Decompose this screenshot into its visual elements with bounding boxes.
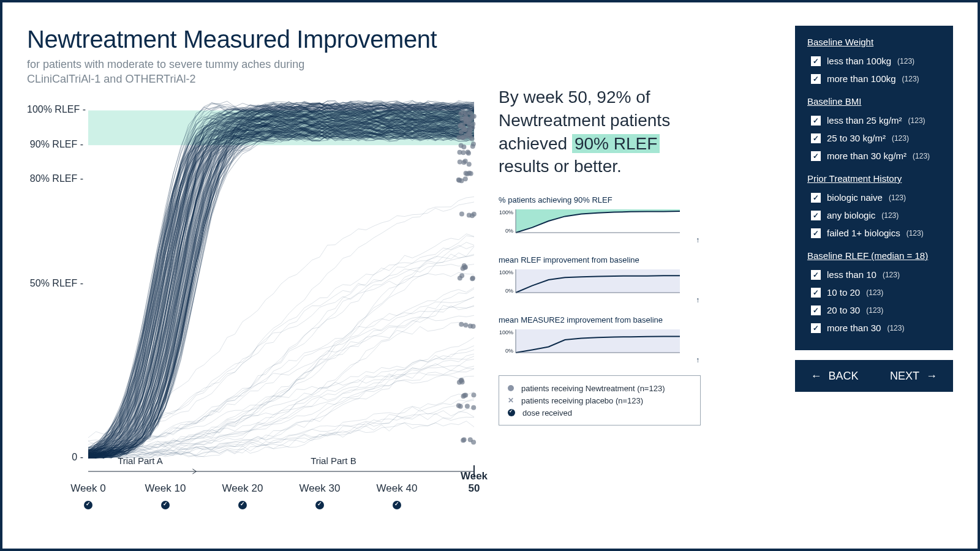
svg-point-39 <box>471 141 476 146</box>
svg-point-33 <box>470 136 475 141</box>
filter-checkbox-row[interactable]: ✓any biologic (123) <box>807 206 941 224</box>
svg-text:0%: 0% <box>505 348 513 354</box>
y-tick-label: 90% RLEF - <box>27 139 83 150</box>
up-arrow-icon: ↑ <box>499 236 701 244</box>
headline-text: By week 50, 92% of Newtreatment patients… <box>499 86 701 178</box>
filter-checkbox-row[interactable]: ✓25 to 30 kg/m² (123) <box>807 129 941 147</box>
x-tick-label: Week 10 <box>145 482 186 495</box>
filter-label: biologic naive <box>827 192 883 203</box>
svg-text:100%: 100% <box>499 209 513 216</box>
checkbox-icon: ✓ <box>811 133 821 143</box>
filter-label: more than 100kg <box>827 73 896 84</box>
x-tick-label: Week 20 <box>222 482 263 495</box>
svg-point-79 <box>462 392 467 397</box>
svg-point-76 <box>460 380 465 384</box>
svg-point-87 <box>462 437 467 442</box>
filter-panel: Baseline Weight✓less than 100kg (123)✓mo… <box>795 26 953 350</box>
filter-count: (123) <box>913 152 930 160</box>
sidebar: Baseline Weight✓less than 100kg (123)✓mo… <box>795 26 953 531</box>
filter-count: (123) <box>883 271 900 279</box>
y-tick-label: 80% RLEF - <box>27 173 83 184</box>
filter-label: less than 100kg <box>827 56 891 66</box>
filter-checkbox-row[interactable]: ✓more than 30 kg/m² (123) <box>807 147 941 165</box>
checkbox-icon: ✓ <box>811 228 821 238</box>
filter-checkbox-row[interactable]: ✓failed 1+ biologics (123) <box>807 224 941 242</box>
y-tick-label: 100% RLEF - <box>27 104 83 115</box>
x-tick-label: Week 40 <box>377 482 418 495</box>
filter-count: (123) <box>892 134 909 143</box>
svg-point-71 <box>468 323 473 328</box>
svg-text:0%: 0% <box>505 288 513 294</box>
legend-placebo: patients receiving placebo (n=123) <box>521 396 643 405</box>
svg-text:100%: 100% <box>499 269 513 276</box>
up-arrow-icon: ↑ <box>499 296 701 304</box>
filter-label: less than 10 <box>827 269 876 280</box>
dose-marker-icon <box>315 501 324 509</box>
filter-checkbox-row[interactable]: ✓less than 25 kg/m² (123) <box>807 111 941 129</box>
filter-label: more than 30 <box>827 323 881 333</box>
svg-point-36 <box>460 135 465 140</box>
main-chart: 0 -50% RLEF -80% RLEF -90% RLEF -100% RL… <box>27 93 480 515</box>
next-button[interactable]: NEXT → <box>874 360 953 392</box>
filter-count: (123) <box>887 324 904 332</box>
mini-chart: mean MEASURE2 improvement from baseline1… <box>499 315 701 364</box>
filter-checkbox-row[interactable]: ✓biologic naive (123) <box>807 189 941 206</box>
filter-checkbox-row[interactable]: ✓less than 100kg (123) <box>807 52 941 70</box>
phase-label: Trial Part B <box>311 455 356 466</box>
svg-point-72 <box>463 323 468 328</box>
x-icon: ✕ <box>508 396 514 405</box>
checkbox-icon: ✓ <box>811 116 821 126</box>
filter-count: (123) <box>908 116 925 125</box>
svg-point-82 <box>471 405 476 410</box>
filter-count: (123) <box>907 229 924 238</box>
nav-bar: ← BACK NEXT → <box>795 360 953 392</box>
svg-point-84 <box>458 403 463 408</box>
filter-label: 20 to 30 <box>827 305 860 315</box>
svg-point-60 <box>472 211 477 216</box>
svg-text:100%: 100% <box>499 329 513 335</box>
dose-marker-icon <box>161 501 170 509</box>
page-title: Newtreatment Measured Improvement <box>27 26 480 53</box>
checkbox-icon: ✓ <box>811 151 821 161</box>
filter-checkbox-row[interactable]: ✓more than 100kg (123) <box>807 70 941 88</box>
svg-point-40 <box>459 143 464 148</box>
svg-point-47 <box>458 159 462 164</box>
filter-group-title: Baseline BMI <box>807 96 941 107</box>
filter-group-title: Prior Treatment History <box>807 173 941 184</box>
svg-point-48 <box>461 160 466 165</box>
y-tick-label: 0 - <box>27 452 83 463</box>
dot-icon <box>508 385 514 391</box>
mini-chart-title: mean MEASURE2 improvement from baseline <box>499 315 701 324</box>
phase-label: Trial Part A <box>118 455 163 466</box>
mini-chart-title: mean RLEF improvement from baseline <box>499 255 701 264</box>
back-button[interactable]: ← BACK <box>795 360 874 392</box>
filter-checkbox-row[interactable]: ✓10 to 20 (123) <box>807 283 941 301</box>
filter-checkbox-row[interactable]: ✓20 to 30 (123) <box>807 301 941 319</box>
filter-count: (123) <box>866 288 883 297</box>
mini-chart: % patients achieving 90% RLEF100%0%↑ <box>499 195 701 244</box>
svg-rect-98 <box>516 269 680 293</box>
svg-point-88 <box>468 437 473 442</box>
headline-highlight: 90% RLEF <box>572 134 660 153</box>
summary-column: By week 50, 92% of Newtreatment patients… <box>499 26 701 531</box>
mini-chart: mean RLEF improvement from baseline100%0… <box>499 255 701 304</box>
spaghetti-chart-svg <box>27 93 480 515</box>
filter-label: 10 to 20 <box>827 287 860 298</box>
filter-count: (123) <box>902 75 919 83</box>
svg-point-67 <box>458 276 462 280</box>
svg-point-56 <box>459 178 464 183</box>
legend: patients receiving Newtreatment (n=123) … <box>499 375 701 425</box>
filter-count: (123) <box>889 193 906 202</box>
filter-count: (123) <box>881 211 899 220</box>
filter-checkbox-row[interactable]: ✓more than 30 (123) <box>807 319 941 337</box>
checkbox-icon: ✓ <box>811 323 821 333</box>
filter-label: more than 30 kg/m² <box>827 151 907 161</box>
filter-checkbox-row[interactable]: ✓less than 10 (123) <box>807 266 941 283</box>
svg-point-59 <box>459 211 464 216</box>
x-tick-label: Week 50 <box>461 470 488 495</box>
checkbox-icon: ✓ <box>811 305 821 315</box>
main-chart-panel: Newtreatment Measured Improvement for pa… <box>27 26 480 531</box>
svg-point-80 <box>471 392 476 397</box>
svg-point-64 <box>462 263 467 268</box>
filter-group-title: Baseline Weight <box>807 37 941 47</box>
